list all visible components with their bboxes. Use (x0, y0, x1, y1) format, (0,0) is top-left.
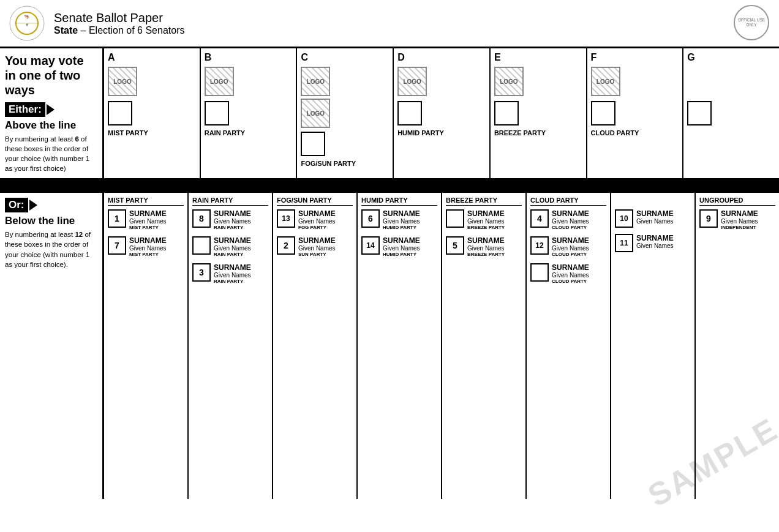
surname-rain-8: SURNAME (214, 209, 251, 218)
candidate-g-10: 10 SURNAME Given Names (615, 209, 691, 228)
num-box-9[interactable]: 9 (699, 209, 718, 228)
num-box-cloud-empty[interactable] (530, 263, 549, 282)
party-mist-1: MIST PARTY (129, 225, 167, 230)
above-col-d: D LOGO HUMID PARTY (394, 48, 491, 178)
candidate-humid-6: 6 SURNAME Given Names HUMID PARTY (361, 209, 437, 230)
col-letter-c: C (301, 52, 308, 63)
candidate-breeze-5: 5 SURNAME Given Names BREEZE PARTY (446, 236, 522, 257)
party-name-above-f: CLOUD PARTY (591, 129, 639, 137)
candidate-info-rain-3: SURNAME Given Names RAIN PARTY (214, 263, 251, 284)
below-col-breeze: BREEZE PARTY SURNAME Given Names BREEZE … (442, 193, 527, 499)
candidate-info-rain-8: SURNAME Given Names RAIN PARTY (214, 209, 251, 230)
surname-humid-6: SURNAME (383, 209, 420, 218)
below-col-g: - 10 SURNAME Given Names 11 SURNAME Give… (611, 193, 696, 499)
logo-a: LOGO (108, 67, 137, 96)
candidate-mist-1: 1 SURNAME Given Names MIST PARTY (108, 209, 184, 230)
official-seal: OFFICIAL USE ONLY (734, 5, 769, 40)
below-party-header-humid: HUMID PARTY (361, 197, 437, 206)
header-text: Senate Ballot Paper State – Election of … (54, 11, 184, 36)
given-cloud-12: Given Names (552, 245, 589, 252)
candidate-info-humid-6: SURNAME Given Names HUMID PARTY (383, 209, 420, 230)
subtitle-rest: – Election of 6 Senators (78, 25, 184, 36)
num-box-10[interactable]: 10 (615, 209, 633, 228)
above-col-c: C LOGO LOGO FOG/SUN PARTY (297, 48, 394, 178)
num-box-11[interactable]: 11 (615, 234, 633, 252)
candidate-info-cloud-12: SURNAME Given Names CLOUD PARTY (552, 236, 589, 257)
candidate-breeze-empty: SURNAME Given Names BREEZE PARTY (446, 209, 522, 230)
vote-box-above-e[interactable] (494, 101, 519, 126)
logo-e: LOGO (494, 67, 524, 96)
candidate-rain-3: 3 SURNAME Given Names RAIN PARTY (192, 263, 268, 284)
num-box-4[interactable]: 4 (530, 209, 549, 228)
surname-mist-7: SURNAME (129, 236, 167, 245)
vote-box-above-c[interactable] (301, 132, 325, 156)
num-box-14[interactable]: 14 (361, 236, 380, 255)
party-sun-2: SUN PARTY (298, 252, 336, 257)
candidate-sun-2: 2 SURNAME Given Names SUN PARTY (277, 236, 353, 257)
candidate-info-breeze-empty: SURNAME Given Names BREEZE PARTY (467, 209, 505, 230)
candidate-rain-empty: SURNAME Given Names RAIN PARTY (192, 236, 268, 257)
vote-box-above-f[interactable] (591, 101, 615, 126)
num-box-13[interactable]: 13 (277, 209, 295, 228)
candidate-info-cloud-empty: SURNAME Given Names CLOUD PARTY (552, 263, 589, 284)
candidate-fog-13: 13 SURNAME Given Names FOG PARTY (277, 209, 353, 230)
party-name-above-e: BREEZE PARTY (494, 129, 546, 137)
given-sun-2: Given Names (298, 245, 336, 252)
num-box-1[interactable]: 1 (108, 209, 126, 228)
above-col-b: B LOGO RAIN PARTY (201, 48, 298, 178)
or-arrow (29, 200, 37, 211)
candidate-rain-8: 8 SURNAME Given Names RAIN PARTY (192, 209, 268, 230)
num-box-2[interactable]: 2 (277, 236, 295, 255)
party-cloud-empty: CLOUD PARTY (552, 279, 589, 284)
given-cloud-4: Given Names (552, 218, 589, 225)
num-box-3[interactable]: 3 (192, 263, 211, 282)
candidate-cloud-empty: SURNAME Given Names CLOUD PARTY (530, 263, 606, 284)
above-col-a: A LOGO MIST PARTY (104, 48, 201, 178)
candidate-info-mist-1: SURNAME Given Names MIST PARTY (129, 209, 167, 230)
above-line-label: Above the line (5, 119, 97, 132)
num-box-breeze-empty[interactable] (446, 209, 464, 228)
below-col-ungrouped: UNGROUPED 9 SURNAME Given Names INDEPEND… (696, 193, 779, 499)
given-breeze-5: Given Names (467, 245, 505, 252)
given-g-11: Given Names (636, 242, 674, 249)
either-label: Either: (5, 102, 45, 117)
num-box-7[interactable]: 7 (108, 236, 126, 255)
num-box-5[interactable]: 5 (446, 236, 464, 255)
candidate-info-fog-13: SURNAME Given Names FOG PARTY (298, 209, 336, 230)
either-arrow (47, 104, 55, 115)
party-cloud-4: CLOUD PARTY (552, 225, 589, 230)
below-col-cloud: CLOUD PARTY 4 SURNAME Given Names CLOUD … (527, 193, 611, 499)
candidate-g-11: 11 SURNAME Given Names (615, 234, 691, 252)
above-col-e: E LOGO BREEZE PARTY (491, 48, 587, 178)
below-col-rain: RAIN PARTY 8 SURNAME Given Names RAIN PA… (189, 193, 273, 499)
logo-c: LOGO (301, 99, 330, 128)
num-box-rain-empty[interactable] (192, 236, 211, 255)
num-box-8[interactable]: 8 (192, 209, 211, 228)
vote-box-above-d[interactable] (397, 101, 422, 126)
given-rain-empty: Given Names (214, 245, 251, 252)
given-g-10: Given Names (636, 218, 674, 225)
num-box-12[interactable]: 12 (530, 236, 549, 255)
below-party-header-rain: RAIN PARTY (192, 197, 268, 206)
num-box-6[interactable]: 6 (361, 209, 380, 228)
below-line-label: Below the line (5, 215, 97, 227)
vote-ways-text: You may vote in one of two ways (5, 53, 97, 97)
svg-text:🦘: 🦘 (24, 13, 30, 20)
surname-cloud-12: SURNAME (552, 236, 589, 245)
top-row: You may vote in one of two ways Either: … (0, 48, 779, 181)
vote-box-above-g[interactable] (687, 101, 712, 126)
candidate-info-cloud-4: SURNAME Given Names CLOUD PARTY (552, 209, 589, 230)
given-rain-8: Given Names (214, 218, 251, 225)
vote-box-above-a[interactable] (108, 101, 132, 126)
surname-cloud-4: SURNAME (552, 209, 589, 218)
below-col-mist: MIST PARTY 1 SURNAME Given Names MIST PA… (104, 193, 189, 499)
divider-bar (0, 181, 779, 193)
below-line-instruction: By numbering at least 12 of these boxes … (5, 230, 97, 269)
below-party-header-fogsun: FOG/SUN PARTY (277, 197, 353, 206)
candidate-info-humid-14: SURNAME Given Names HUMID PARTY (383, 236, 420, 257)
below-party-header-cloud: CLOUD PARTY (530, 197, 606, 206)
surname-rain-empty: SURNAME (214, 236, 251, 245)
vote-box-above-b[interactable] (205, 101, 229, 126)
party-name-above-b: RAIN PARTY (205, 129, 245, 137)
candidate-info-ungrouped-9: SURNAME Given Names INDEPENDENT (721, 209, 758, 230)
